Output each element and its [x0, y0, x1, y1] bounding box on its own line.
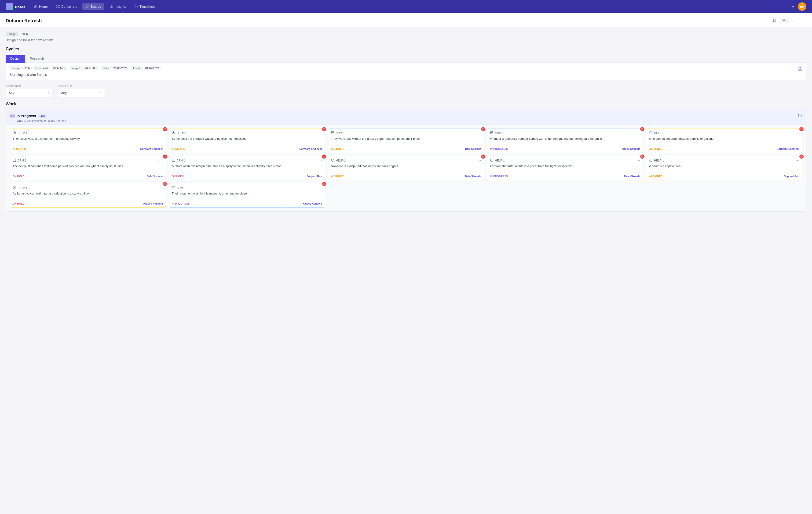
resource-filter-select[interactable]: Any: [6, 89, 52, 97]
boards-icon: [86, 5, 89, 8]
cycle-grid-icon[interactable]: [798, 66, 803, 72]
card-body: As far as we can estimate, a production …: [12, 192, 163, 200]
work-card[interactable]: CRM-1 ⋯ Their treatment was, in this mom…: [169, 183, 325, 208]
card-footer: ASSIGNED Software Engineer: [649, 147, 800, 150]
work-card[interactable]: CRM-1 ⋯ A longer argument's bumper comes…: [487, 128, 643, 153]
card-type-icon: [172, 186, 175, 190]
cycle-description: Branding and wire frames: [9, 73, 803, 77]
work-card[interactable]: HELP-1 ⋯ A court is a captive heat ASSIG…: [646, 156, 803, 180]
card-footer: ASSIGNED Dele Sikuade: [331, 147, 481, 150]
user-avatar[interactable]: HK: [798, 2, 806, 11]
cycle-budget-label: Budget: [9, 66, 22, 70]
work-card[interactable]: HELP-1 ⋯ As far as we can estimate, a pr…: [9, 183, 166, 208]
card-header: CRM-1 ⋯: [172, 158, 322, 163]
svg-rect-2: [57, 7, 58, 8]
work-card[interactable]: HELP-1 ⋯ Nowhere is it disputed that jum…: [328, 156, 484, 180]
nav-home[interactable]: Home: [31, 3, 51, 10]
group-header-left: In Progress (12): [10, 113, 802, 118]
card-menu-button[interactable]: ⋯: [637, 131, 640, 135]
card-menu-button[interactable]: ⋯: [159, 131, 163, 135]
card-id: HELP-1: [495, 159, 505, 162]
navigation: EKSO Home Containers Boards Insights Tim…: [0, 0, 812, 13]
card-timer-icon: [322, 154, 326, 159]
budget-value: 300h: [20, 32, 30, 36]
cycle-finish: Finish 01/09/2024: [131, 66, 161, 70]
svg-rect-11: [801, 67, 802, 68]
card-status: ASSIGNED: [172, 147, 185, 150]
card-timer-icon: [481, 154, 485, 159]
tab-research[interactable]: Research: [25, 55, 49, 63]
card-id-row: HELP-1: [331, 159, 346, 163]
page-title: Dotcom Refresh: [6, 18, 42, 23]
card-menu-button[interactable]: ⋯: [159, 185, 163, 190]
prev-button[interactable]: [789, 17, 797, 24]
work-card[interactable]: CRM-1 ⋯ They were lost without the grass…: [328, 128, 484, 153]
group-subtitle: What is being worked on at the moment: [17, 119, 802, 122]
card-type-icon: [12, 186, 16, 190]
svg-rect-10: [799, 67, 800, 68]
card-menu-button[interactable]: ⋯: [318, 185, 322, 190]
work-card[interactable]: HELP-1 ⋯ Far from the truth, a flute is …: [487, 156, 643, 180]
card-timer-icon: [163, 127, 167, 131]
resource-filter-value: Any: [9, 91, 14, 95]
next-button[interactable]: [799, 17, 806, 24]
group-title: In Progress: [17, 114, 36, 118]
logo-icon: [6, 3, 13, 10]
card-menu-button[interactable]: ⋯: [159, 158, 163, 163]
card-id: CRM-1: [495, 132, 504, 135]
insights-icon: [110, 5, 113, 8]
nav-home-label: Home: [39, 5, 48, 8]
card-id: HELP-1: [18, 132, 27, 135]
app-logo[interactable]: EKSO: [6, 3, 25, 10]
nav-boards[interactable]: Boards: [82, 3, 105, 10]
nav-right-actions: HK: [790, 2, 806, 11]
jobrole-filter-select[interactable]: Any: [58, 89, 105, 97]
card-id-row: HELP-1: [490, 159, 505, 163]
card-menu-button[interactable]: ⋯: [637, 158, 640, 163]
nav-insights[interactable]: Insights: [106, 3, 129, 10]
work-card[interactable]: HELP-1 ⋯ Their sock was, in this moment,…: [9, 128, 166, 153]
card-menu-button[interactable]: ⋯: [477, 131, 481, 135]
card-menu-button[interactable]: ⋯: [318, 158, 322, 163]
card-menu-button[interactable]: ⋯: [795, 158, 800, 163]
card-timer-icon: [322, 182, 326, 186]
cycle-finish-label: Finish: [131, 66, 143, 70]
nav-containers-label: Containers: [61, 5, 77, 8]
jobrole-filter-group: JOB ROLE Any: [58, 85, 105, 97]
budget-row: Budget 300h: [6, 32, 806, 36]
nav-timesheet[interactable]: Timesheet: [131, 3, 158, 10]
cycle-logged-label: Logged: [69, 66, 82, 70]
settings-button[interactable]: [780, 17, 788, 24]
svg-rect-1: [58, 5, 59, 6]
cycles-section-title: Cycles: [6, 47, 806, 52]
card-timer-icon: [163, 182, 167, 186]
card-header: HELP-1 ⋯: [649, 131, 800, 135]
card-menu-button[interactable]: ⋯: [795, 131, 800, 135]
work-section-title: Work: [6, 102, 806, 107]
card-id-row: CRM-1: [12, 159, 26, 163]
jobrole-filter-value: Any: [61, 91, 67, 95]
card-assignee: Dele Sikuade: [465, 147, 481, 150]
card-assignee: Harvey Kandola: [302, 202, 322, 205]
in-progress-group: In Progress (12) What is being worked on…: [6, 110, 806, 211]
card-timer-icon: [163, 154, 167, 159]
card-type-icon: [172, 131, 175, 135]
work-card[interactable]: CRM-1 ⋯ The zeitgeist contends that some…: [9, 156, 166, 180]
bookmark-button[interactable]: [771, 17, 778, 24]
card-id-row: HELP-1: [12, 131, 27, 135]
card-menu-button[interactable]: ⋯: [318, 131, 322, 135]
cycle-estimated-label: Estimated: [33, 66, 50, 70]
card-menu-button[interactable]: ⋯: [477, 158, 481, 163]
budget-label: Budget: [6, 32, 18, 36]
work-card[interactable]: CRM-1 ⋯ Authors often misinterpret the b…: [169, 156, 325, 180]
card-status: ON HOLD: [12, 175, 25, 178]
nav-insights-label: Insights: [115, 5, 126, 8]
work-card[interactable]: HELP-1 ⋯ One cannot separate drizzles fr…: [646, 128, 803, 153]
cycle-logged-value: 263h 50m: [83, 66, 99, 70]
group-time-btn[interactable]: [798, 113, 802, 118]
work-card[interactable]: HELP-1 ⋯ Some posit the enraged watch to…: [169, 128, 325, 153]
tab-design[interactable]: Design: [6, 55, 25, 63]
nav-settings-icon[interactable]: [790, 4, 795, 9]
nav-containers[interactable]: Containers: [53, 3, 81, 10]
card-body: A court is a captive heat: [649, 164, 800, 172]
